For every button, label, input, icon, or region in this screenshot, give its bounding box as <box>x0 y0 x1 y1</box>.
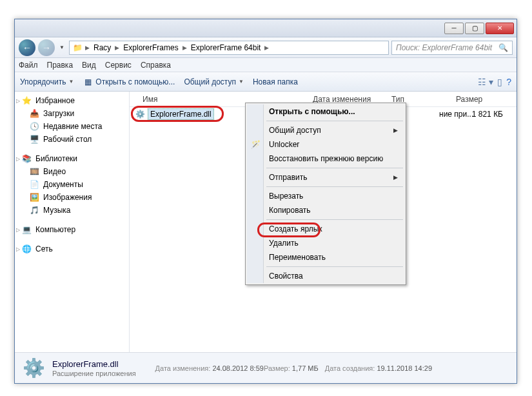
app-icon: ▦ <box>83 77 93 87</box>
titlebar: ─ ▢ ✕ <box>15 19 517 37</box>
organize-button[interactable]: Упорядочить▼ <box>20 77 74 86</box>
menu-help[interactable]: Справка <box>141 61 171 70</box>
breadcrumb-seg[interactable]: ExplorerFrames <box>122 43 179 52</box>
sidebar-favorites[interactable]: ⭐Избранное <box>15 94 129 107</box>
dll-icon: ⚙️ <box>21 356 46 381</box>
desktop-icon: 🖥️ <box>29 134 39 144</box>
wand-icon: 🪄 <box>250 140 261 149</box>
preview-pane-button[interactable]: ▯ <box>497 77 502 87</box>
image-icon: 🖼️ <box>29 192 39 203</box>
menu-edit[interactable]: Правка <box>47 61 74 70</box>
nav-history-dropdown[interactable]: ▼ <box>57 41 66 54</box>
openwith-button[interactable]: ▦Открыть с помощью... <box>83 77 175 87</box>
context-menu: Открыть с помощью... Общий доступ▶ 🪄Unlo… <box>245 103 406 285</box>
chevron-right-icon: ▶ <box>393 174 398 181</box>
detail-filename: ExplorerFrame.dll <box>52 359 136 369</box>
toolbar: Упорядочить▼ ▦Открыть с помощью... Общий… <box>15 72 517 92</box>
ctx-send[interactable]: Отправить▶ <box>247 170 404 184</box>
help-button[interactable]: ? <box>506 77 511 87</box>
ctx-delete[interactable]: Удалить <box>247 236 404 250</box>
forward-button[interactable]: → <box>38 39 55 56</box>
sidebar-music[interactable]: 🎵Музыка <box>15 204 129 217</box>
ctx-unlocker[interactable]: 🪄Unlocker <box>247 137 404 152</box>
newfolder-button[interactable]: Новая папка <box>253 77 298 86</box>
chevron-right-icon: ▶ <box>84 45 91 51</box>
nav-bar: ← → ▼ 📁 ▶ Racy ▶ ExplorerFrames ▶ Explor… <box>15 37 517 58</box>
breadcrumb-seg[interactable]: Racy <box>92 43 112 52</box>
menu-bar: Файл Правка Вид Сервис Справка <box>15 58 517 72</box>
view-buttons: ☷ ▾ ▯ ? <box>478 77 511 87</box>
music-icon: 🎵 <box>29 205 39 215</box>
search-icon: 🔍 <box>498 43 508 52</box>
network-icon: 🌐 <box>21 244 32 254</box>
maximize-button[interactable]: ▢ <box>465 23 484 34</box>
detail-filetype: Расширение приложения <box>52 370 136 377</box>
view-options-button[interactable]: ☷ ▾ <box>478 77 493 87</box>
ctx-share[interactable]: Общий доступ▶ <box>247 123 404 137</box>
chevron-right-icon: ▶ <box>263 45 270 51</box>
chevron-right-icon: ▶ <box>113 45 121 51</box>
search-placeholder: Поиск: ExplorerFrame 64bit <box>396 43 492 52</box>
download-icon: 📥 <box>29 108 39 119</box>
menu-service[interactable]: Сервис <box>105 61 132 70</box>
chevron-down-icon: ▼ <box>239 79 244 84</box>
menu-view[interactable]: Вид <box>82 61 96 70</box>
ctx-rename[interactable]: Переименовать <box>247 250 404 264</box>
close-button[interactable]: ✕ <box>486 23 514 34</box>
ctx-copy[interactable]: Копировать <box>247 203 404 217</box>
sidebar-computer[interactable]: 💻Компьютер <box>15 223 129 236</box>
chevron-right-icon: ▶ <box>393 127 398 134</box>
search-input[interactable]: Поиск: ExplorerFrame 64bit 🔍 <box>391 41 513 55</box>
menu-file[interactable]: Файл <box>19 61 38 70</box>
sidebar-pictures[interactable]: 🖼️Изображения <box>15 191 129 204</box>
sidebar-videos[interactable]: 🎞️Видео <box>15 165 129 178</box>
sidebar-documents[interactable]: 📄Документы <box>15 178 129 191</box>
share-button[interactable]: Общий доступ▼ <box>184 77 244 86</box>
file-size: 1 821 КБ <box>452 110 517 119</box>
details-pane: ⚙️ ExplorerFrame.dll Расширение приложен… <box>15 352 517 383</box>
folder-icon: 📁 <box>72 43 83 53</box>
ctx-shortcut[interactable]: Создать ярлык <box>247 222 404 236</box>
computer-icon: 💻 <box>21 224 32 235</box>
back-button[interactable]: ← <box>19 39 35 56</box>
sidebar-recent[interactable]: 🕓Недавние места <box>15 120 129 133</box>
ctx-openwith[interactable]: Открыть с помощью... <box>247 104 404 119</box>
document-icon: 📄 <box>29 179 39 190</box>
col-size[interactable]: Размер <box>452 95 517 104</box>
dll-icon: ⚙️ <box>135 109 145 119</box>
breadcrumb-seg[interactable]: ExplorerFrame 64bit <box>190 43 262 52</box>
chevron-right-icon: ▶ <box>181 45 188 51</box>
ctx-properties[interactable]: Свойства <box>247 269 404 283</box>
chevron-down-icon: ▼ <box>68 79 74 84</box>
file-name: ExplorerFrame.dll <box>148 108 214 120</box>
ctx-cut[interactable]: Вырезать <box>247 189 404 203</box>
sidebar-network[interactable]: 🌐Сеть <box>15 243 129 255</box>
library-icon: 📚 <box>21 153 32 164</box>
ctx-restore[interactable]: Восстановить прежнюю версию <box>247 152 404 166</box>
address-bar[interactable]: 📁 ▶ Racy ▶ ExplorerFrames ▶ ExplorerFram… <box>69 41 389 55</box>
sidebar-downloads[interactable]: 📥Загрузки <box>15 107 129 120</box>
recent-icon: 🕓 <box>29 121 39 132</box>
video-icon: 🎞️ <box>29 166 39 177</box>
minimize-button[interactable]: ─ <box>444 23 464 34</box>
sidebar: ⭐Избранное 📥Загрузки 🕓Недавние места 🖥️Р… <box>15 92 130 352</box>
star-icon: ⭐ <box>21 95 32 106</box>
sidebar-libraries[interactable]: 📚Библиотеки <box>15 152 129 165</box>
sidebar-desktop[interactable]: 🖥️Рабочий стол <box>15 133 129 146</box>
